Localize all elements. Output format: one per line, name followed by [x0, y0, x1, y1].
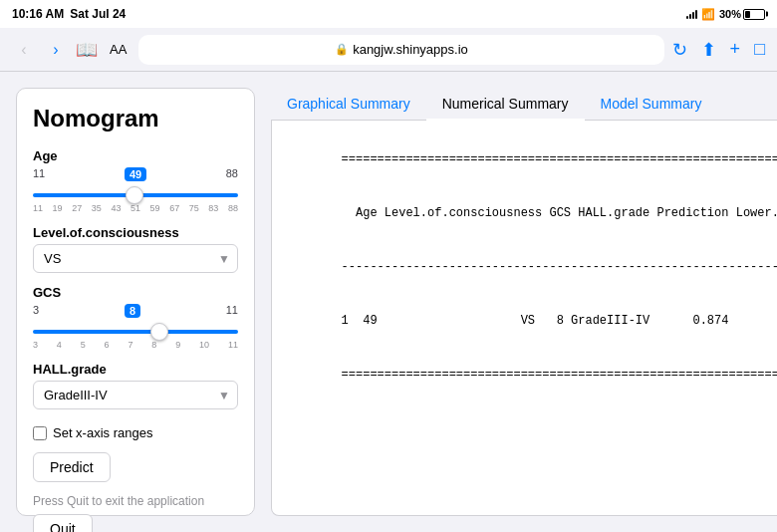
- age-max: 88: [226, 167, 238, 181]
- date-display: Sat Jul 24: [70, 7, 126, 21]
- numerical-output: ========================================…: [284, 133, 777, 401]
- xaxis-checkbox-label[interactable]: Set x-axis ranges: [53, 425, 152, 440]
- tab-numerical[interactable]: Numerical Summary: [426, 88, 585, 120]
- tab-content-numerical: ========================================…: [271, 121, 777, 516]
- battery-icon: [743, 9, 765, 20]
- hall-grade-select-wrapper[interactable]: GradeIII-IV GradeI-II ▼: [33, 381, 238, 409]
- age-min: 11: [33, 167, 45, 181]
- right-panel: Graphical Summary Numerical Summary Mode…: [271, 88, 777, 516]
- page-title: Nomogram: [33, 105, 238, 133]
- status-bar: 10:16 AM Sat Jul 24 📶 30%: [0, 0, 777, 28]
- gcs-current-value: 8: [125, 304, 140, 318]
- age-label: Age: [33, 148, 238, 163]
- data-row: 1 49 VS 8 GradeIII-IV 0.874 0.763 0.938: [342, 314, 777, 328]
- age-slider-container[interactable]: [33, 183, 238, 201]
- hall-grade-label: HALL.grade: [33, 362, 238, 377]
- hall-grade-select[interactable]: GradeIII-IV GradeI-II: [33, 381, 238, 409]
- age-section: Age 11 49 88 11 19 27 35 43 51 59 67 75 …: [33, 148, 238, 213]
- divider-line: ----------------------------------------…: [342, 260, 777, 274]
- consciousness-label: Level.of.consciousness: [33, 225, 238, 240]
- xaxis-checkbox[interactable]: [33, 426, 47, 440]
- main-content: Nomogram Age 11 49 88 11 19 27 35 43 51 …: [0, 72, 777, 532]
- xaxis-checkbox-row[interactable]: Set x-axis ranges: [33, 425, 238, 440]
- text-size-control[interactable]: AA: [110, 42, 127, 57]
- gcs-label: GCS: [33, 285, 238, 300]
- separator-bottom: ========================================…: [342, 368, 777, 382]
- separator-top: ========================================…: [342, 152, 777, 166]
- forward-button[interactable]: ›: [44, 38, 68, 62]
- wifi-icon: 📶: [701, 8, 715, 21]
- left-panel: Nomogram Age 11 49 88 11 19 27 35 43 51 …: [16, 88, 255, 516]
- browser-chrome: ‹ › 📖 AA 🔒 kangjw.shinyapps.io ↻ ⬆ + □: [0, 28, 777, 72]
- consciousness-select-wrapper[interactable]: VS GCS ▼: [33, 244, 238, 273]
- quit-hint: Press Quit to exit the application: [33, 494, 238, 508]
- battery-percent: 30%: [719, 8, 741, 20]
- battery-indicator: 30%: [719, 8, 765, 20]
- bookmarks-icon: 📖: [76, 39, 98, 61]
- tabs-container: Graphical Summary Numerical Summary Mode…: [271, 88, 777, 121]
- quit-button[interactable]: Quit: [33, 514, 93, 532]
- tab-graphical[interactable]: Graphical Summary: [271, 88, 426, 120]
- address-bar[interactable]: 🔒 kangjw.shinyapps.io: [138, 35, 663, 65]
- lock-icon: 🔒: [335, 43, 349, 56]
- gcs-bounds: 3 8 11: [33, 304, 238, 318]
- share-button[interactable]: ⬆: [701, 39, 716, 61]
- gcs-max: 11: [226, 304, 238, 318]
- quit-section: Press Quit to exit the application Quit: [33, 494, 238, 532]
- new-tab-button[interactable]: +: [730, 39, 741, 60]
- gcs-min: 3: [33, 304, 39, 318]
- status-right: 📶 30%: [686, 8, 765, 21]
- age-ticks: 11 19 27 35 43 51 59 67 75 83 88: [33, 203, 238, 213]
- browser-actions: ↻ ⬆ + □: [672, 39, 765, 61]
- back-button[interactable]: ‹: [12, 38, 36, 62]
- consciousness-section: Level.of.consciousness VS GCS ▼: [33, 225, 238, 273]
- gcs-slider[interactable]: [33, 330, 238, 334]
- tab-model[interactable]: Model Summary: [585, 88, 718, 120]
- signal-icon: [686, 9, 697, 19]
- age-current-value: 49: [125, 167, 146, 181]
- gcs-slider-container[interactable]: [33, 320, 238, 338]
- status-left: 10:16 AM Sat Jul 24: [12, 7, 126, 21]
- time-display: 10:16 AM: [12, 7, 64, 21]
- tabs-button[interactable]: □: [754, 39, 765, 60]
- age-slider[interactable]: [33, 193, 238, 197]
- age-bounds: 11 49 88: [33, 167, 238, 181]
- gcs-ticks: 3 4 5 6 7 8 9 10 11: [33, 340, 238, 350]
- url-display: kangjw.shinyapps.io: [353, 42, 468, 57]
- hall-grade-section: HALL.grade GradeIII-IV GradeI-II ▼: [33, 362, 238, 409]
- reload-button[interactable]: ↻: [672, 39, 687, 61]
- predict-button[interactable]: Predict: [33, 452, 111, 482]
- gcs-section: GCS 3 8 11 3 4 5 6 7 8 9 10 11: [33, 285, 238, 350]
- consciousness-select[interactable]: VS GCS: [33, 244, 238, 273]
- table-header: Age Level.of.consciousness GCS HALL.grad…: [342, 206, 777, 220]
